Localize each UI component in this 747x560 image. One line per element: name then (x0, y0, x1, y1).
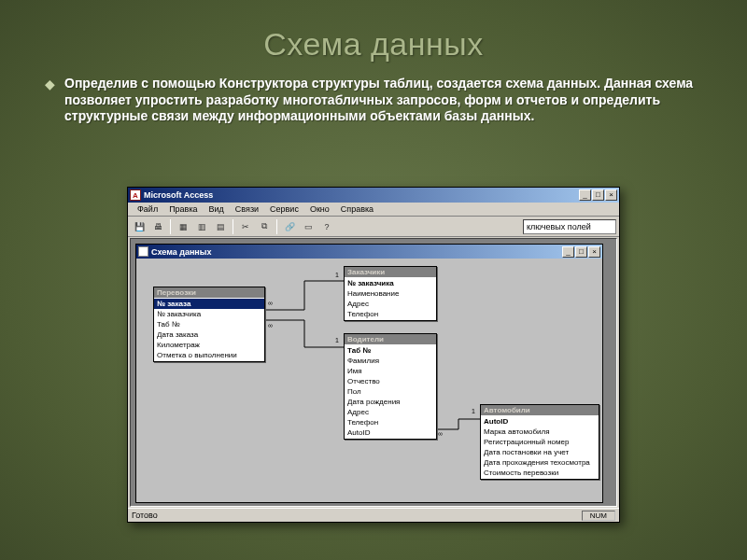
field[interactable]: Фамилия (345, 356, 436, 366)
field[interactable]: Марка автомобиля (481, 427, 599, 437)
menu-file[interactable]: Файл (132, 203, 163, 215)
slide-description: Определив с помощью Конструктора структу… (64, 76, 702, 125)
menubar: Файл Правка Вид Связи Сервис Окно Справк… (128, 203, 619, 217)
field[interactable]: Отметка о выполнении (154, 350, 264, 360)
field-pk[interactable]: AutoID (481, 416, 599, 427)
separator (276, 219, 277, 234)
field[interactable]: Стоимость перевозки (481, 468, 599, 478)
child-close-button[interactable]: × (588, 246, 600, 258)
schema-canvas[interactable]: ∞ 1 ∞ 1 1 ∞ Перевозки № заказа № заказчи… (136, 259, 602, 502)
toolbar: 💾 🖶 ▦ ▥ ▤ ✂ ⧉ 🔗 ▭ ? ключевых полей (128, 217, 619, 237)
field[interactable]: AutoID (345, 427, 436, 438)
cut-icon[interactable]: ✂ (237, 218, 254, 235)
schema-title: Схема данных (151, 247, 562, 257)
cardinality-inf: ∞ (267, 322, 274, 329)
maximize-button[interactable]: □ (592, 189, 604, 201)
child-minimize-button[interactable]: _ (562, 246, 574, 258)
child-maximize-button[interactable]: □ (575, 246, 587, 258)
field[interactable]: Таб № (154, 319, 264, 329)
bullet-icon: ◆ (45, 77, 55, 91)
menu-view[interactable]: Вид (204, 203, 230, 215)
field[interactable]: Телефон (345, 309, 436, 319)
table-title[interactable]: Заказчики (345, 267, 436, 277)
statusbar: Готово NUM (128, 508, 619, 522)
cardinality-inf: ∞ (267, 300, 274, 306)
app-titlebar[interactable]: A Microsoft Access _ □ × (128, 188, 619, 203)
show-all-icon[interactable]: ▤ (212, 218, 229, 235)
menu-window[interactable]: Окно (304, 203, 335, 215)
copy-icon[interactable]: ⧉ (256, 218, 273, 235)
menu-tools[interactable]: Сервис (264, 203, 304, 215)
field[interactable]: Пол (345, 386, 436, 397)
cardinality-one: 1 (471, 408, 476, 414)
field-pk[interactable]: № заказчика (345, 278, 436, 288)
access-window: A Microsoft Access _ □ × Файл Правка Вид… (127, 187, 620, 523)
field-pk[interactable]: Таб № (345, 345, 436, 356)
add-table-icon[interactable]: ▦ (175, 218, 191, 235)
field[interactable]: Адрес (345, 299, 436, 309)
table-zakazchiki[interactable]: Заказчики № заказчика Наименование Адрес… (344, 266, 437, 321)
schema-titlebar[interactable]: ⊞ Схема данных _ □ × (136, 245, 602, 259)
field[interactable]: Километраж (154, 340, 264, 350)
table-title[interactable]: Водители (345, 334, 436, 344)
table-title[interactable]: Перевозки (154, 287, 264, 298)
cardinality-one: 1 (334, 272, 340, 278)
field[interactable]: № заказчика (154, 309, 264, 319)
layout-icon[interactable]: ▭ (300, 218, 317, 235)
table-avtomobili[interactable]: Автомобили AutoID Марка автомобиля Регис… (480, 404, 599, 480)
slide-bullet: ◆ Определив с помощью Конструктора струк… (0, 63, 747, 134)
field[interactable]: Телефон (345, 417, 436, 427)
field[interactable]: Регистрационный номер (481, 437, 599, 447)
field[interactable]: Наименование (345, 288, 436, 299)
print-icon[interactable]: 🖶 (149, 218, 166, 235)
menu-edit[interactable]: Правка (163, 203, 203, 215)
schema-window: ⊞ Схема данных _ □ × ∞ 1 ∞ 1 1 (135, 244, 603, 503)
field[interactable]: Адрес (345, 407, 436, 417)
help-icon[interactable]: ? (318, 218, 335, 235)
show-direct-icon[interactable]: ▥ (193, 218, 210, 235)
schema-icon: ⊞ (138, 246, 148, 257)
status-text: Готово (132, 511, 158, 520)
table-voditeli[interactable]: Водители Таб № Фамилия Имя Отчество Пол … (344, 333, 437, 440)
field[interactable]: Дата прохождения техосмотра (481, 457, 599, 468)
access-icon: A (130, 189, 141, 201)
field[interactable]: Дата постановки на учет (481, 447, 599, 457)
toolbar-combo[interactable]: ключевых полей (523, 219, 616, 234)
relationships-icon[interactable]: 🔗 (281, 218, 298, 235)
field-pk[interactable]: № заказа (154, 299, 264, 309)
separator (170, 219, 171, 234)
mdi-area: ⊞ Схема данных _ □ × ∞ 1 ∞ 1 1 (130, 238, 617, 507)
field[interactable]: Дата заказа (154, 329, 264, 340)
field[interactable]: Дата рождения (345, 397, 436, 407)
cardinality-one: 1 (334, 337, 340, 343)
cardinality-inf: ∞ (437, 430, 444, 437)
table-perevozki[interactable]: Перевозки № заказа № заказчика Таб № Дат… (153, 287, 265, 362)
menu-help[interactable]: Справка (335, 203, 379, 215)
separator (233, 219, 233, 234)
field[interactable]: Отчество (345, 376, 436, 386)
status-numlock: NUM (582, 511, 615, 521)
field[interactable]: Имя (345, 366, 436, 376)
close-button[interactable]: × (605, 189, 617, 201)
menu-relations[interactable]: Связи (230, 203, 264, 215)
slide-title: Схема данных (0, 0, 747, 63)
table-title[interactable]: Автомобили (481, 405, 599, 415)
minimize-button[interactable]: _ (579, 189, 591, 201)
app-title: Microsoft Access (144, 190, 579, 200)
save-icon[interactable]: 💾 (131, 218, 148, 235)
